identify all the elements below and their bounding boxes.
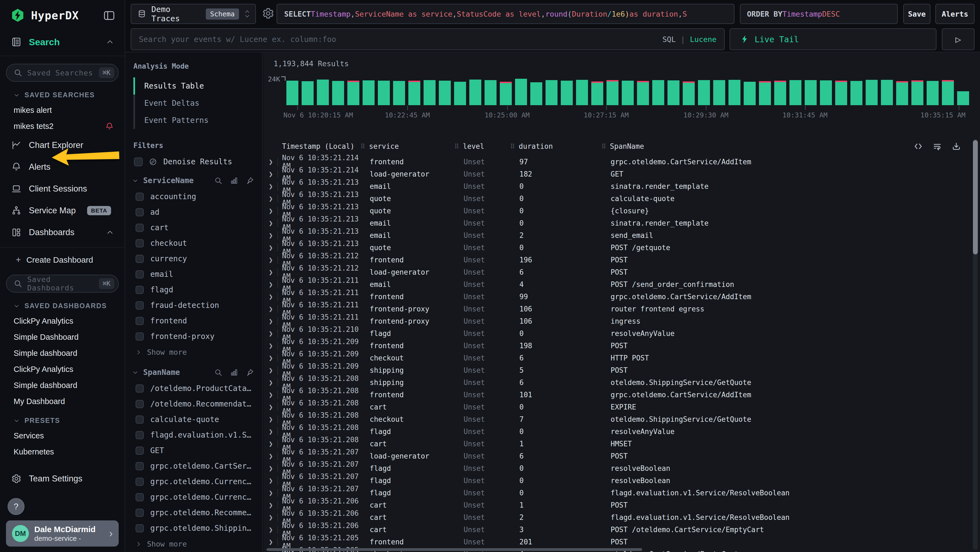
filter-option[interactable]: grpc.oteldemo.Recommend…: [132, 505, 254, 520]
histogram-bar[interactable]: [820, 80, 832, 105]
sql-select-input[interactable]: SELECT Timestamp, ServiceName as service…: [277, 4, 735, 24]
checkbox[interactable]: [135, 224, 144, 232]
preset-item[interactable]: Kubernetes: [0, 444, 125, 460]
histogram-bar[interactable]: [652, 80, 664, 105]
checkbox[interactable]: [135, 462, 144, 470]
table-row[interactable]: ❯ Nov 6 10:35:21.206 AM cart Unset 2 fla…: [263, 509, 961, 522]
table-row[interactable]: ❯ Nov 6 10:35:21.209 AM checkout Unset 6…: [263, 350, 961, 362]
saved-dashboard-item[interactable]: My Dashboard: [0, 393, 125, 410]
sidebar-item-team-settings[interactable]: Team Settings: [0, 464, 125, 494]
expand-chevron-icon[interactable]: ❯: [269, 268, 273, 276]
histogram-bar[interactable]: [698, 80, 710, 105]
filter-option[interactable]: accounting: [132, 189, 254, 204]
histogram-bar[interactable]: [865, 80, 878, 105]
expand-chevron-icon[interactable]: ❯: [269, 158, 273, 166]
filter-option[interactable]: /oteldemo.Recommendatio…: [132, 396, 254, 412]
histogram-bar[interactable]: [347, 81, 360, 105]
histogram-bar[interactable]: [561, 81, 573, 105]
expand-chevron-icon[interactable]: ❯: [269, 538, 273, 546]
histogram-bar[interactable]: [744, 82, 756, 105]
filter-option[interactable]: email: [132, 266, 254, 282]
table-row[interactable]: ❯ Nov 6 10:35:21.213 AM quote Unset 0 ca…: [263, 190, 961, 203]
table-row[interactable]: ❯ Nov 6 10:35:21.213 AM quote Unset 0 {c…: [263, 203, 961, 215]
histogram-bar[interactable]: [957, 91, 969, 105]
expand-chevron-icon[interactable]: ❯: [269, 219, 273, 227]
table-row[interactable]: ❯ Nov 6 10:35:21.208 AM cart Unset 1 HMS…: [263, 436, 961, 448]
chart-icon[interactable]: [230, 369, 238, 377]
histogram-bar[interactable]: [515, 79, 527, 105]
histogram-bar[interactable]: [789, 80, 802, 105]
table-row[interactable]: ❯ Nov 6 10:35:21.210 AM flagd Unset 0 re…: [263, 325, 961, 338]
run-query-button[interactable]: ▷: [942, 28, 975, 50]
filter-option[interactable]: fraud-detection: [132, 298, 254, 313]
expand-chevron-icon[interactable]: ❯: [269, 464, 273, 472]
checkbox[interactable]: [135, 239, 144, 247]
histogram-bar[interactable]: [637, 81, 649, 105]
table-row[interactable]: ❯ Nov 6 10:35:21.207 AM load-generator U…: [263, 448, 961, 460]
filter-group-SpanName[interactable]: SpanName: [132, 368, 254, 377]
source-selector[interactable]: Demo Traces Schema: [130, 4, 256, 24]
table-row[interactable]: ❯ Nov 6 10:35:21.214 AM frontend Unset 9…: [263, 154, 961, 166]
denoise-results-toggle[interactable]: Denoise Results: [134, 157, 254, 166]
expand-chevron-icon[interactable]: ❯: [269, 341, 273, 350]
checkbox[interactable]: [135, 384, 144, 392]
checkbox[interactable]: [135, 478, 144, 486]
table-row[interactable]: ❯ Nov 6 10:35:21.211 AM email Unset 4 PO…: [263, 276, 961, 289]
checkbox[interactable]: [135, 447, 144, 455]
checkbox[interactable]: [135, 286, 144, 294]
preset-item[interactable]: Services: [0, 428, 125, 444]
search-icon[interactable]: [214, 369, 223, 377]
filter-option[interactable]: GET: [132, 443, 254, 458]
histogram-bar[interactable]: [576, 80, 588, 105]
histogram-bar[interactable]: [942, 80, 954, 105]
saved-searches-input[interactable]: Saved Searches ⌘K: [6, 64, 119, 82]
help-button[interactable]: ?: [8, 498, 24, 515]
sql-orderby-input[interactable]: ORDER BY Timestamp DESC: [740, 4, 898, 24]
histogram-bar[interactable]: [591, 81, 603, 105]
filter-option[interactable]: grpc.oteldemo.CurrencyS…: [132, 489, 254, 505]
histogram-bar[interactable]: [606, 80, 619, 105]
drag-handle-icon[interactable]: ⠿: [360, 143, 365, 150]
scrollbar-thumb[interactable]: [973, 140, 978, 254]
expand-chevron-icon[interactable]: ❯: [269, 317, 273, 325]
histogram-bar[interactable]: [500, 82, 512, 105]
filter-option[interactable]: ad: [132, 204, 254, 220]
table-row[interactable]: ❯ Nov 6 10:35:21.208 AM frontend Unset 1…: [263, 387, 961, 399]
table-row[interactable]: ❯ Nov 6 10:35:21.214 AM load-generator U…: [263, 166, 961, 178]
histogram-bar[interactable]: [393, 81, 405, 105]
histogram-bar[interactable]: [759, 81, 771, 105]
alerts-button[interactable]: Alerts: [935, 4, 975, 24]
filter-group-ServiceName[interactable]: ServiceName: [132, 176, 254, 185]
expand-chevron-icon[interactable]: ❯: [269, 182, 273, 190]
table-row[interactable]: ❯ Nov 6 10:35:21.211 AM frontend-proxy U…: [263, 301, 961, 313]
filter-option[interactable]: flagd: [132, 282, 254, 298]
checkbox[interactable]: [135, 302, 144, 310]
source-settings-gear-icon[interactable]: [262, 7, 274, 20]
col-service[interactable]: ⠿service: [360, 142, 454, 150]
filter-option[interactable]: grpc.oteldemo.CartServi…: [132, 458, 254, 474]
table-row[interactable]: ❯ Nov 6 10:35:21.213 AM quote Unset 0 PO…: [263, 239, 961, 252]
histogram-bar[interactable]: [683, 81, 695, 105]
filter-option[interactable]: frontend-proxy: [132, 329, 254, 344]
checkbox[interactable]: [135, 208, 144, 216]
sidebar-item-search[interactable]: Search: [0, 29, 125, 56]
histogram-bar[interactable]: [302, 81, 313, 105]
expand-chevron-icon[interactable]: ❯: [269, 207, 273, 215]
filter-option[interactable]: currency: [132, 251, 254, 266]
saved-dashboard-item[interactable]: Simple dashboard: [0, 377, 125, 393]
checkbox[interactable]: [135, 431, 144, 439]
histogram-bar[interactable]: [546, 80, 557, 105]
table-row[interactable]: ❯ Nov 6 10:35:21.212 AM frontend Unset 1…: [263, 252, 961, 264]
table-row[interactable]: ❯ Nov 6 10:35:21.211 AM frontend Unset 9…: [263, 289, 961, 301]
search-icon[interactable]: [214, 177, 223, 185]
pin-icon[interactable]: [246, 177, 254, 185]
expand-chevron-icon[interactable]: ❯: [269, 293, 273, 301]
histogram-bar[interactable]: [332, 81, 344, 105]
checkbox[interactable]: [135, 193, 144, 201]
filter-option[interactable]: cart: [132, 220, 254, 235]
histogram-bar[interactable]: [835, 81, 847, 105]
histogram-bar[interactable]: [805, 80, 817, 105]
table-row[interactable]: ❯ Nov 6 10:35:21.206 AM cart Unset 1 POS…: [263, 497, 961, 509]
table-row[interactable]: ❯ Nov 6 10:35:21.208 AM cart Unset 0 EXP…: [263, 399, 961, 411]
histogram-bar[interactable]: [774, 81, 786, 105]
